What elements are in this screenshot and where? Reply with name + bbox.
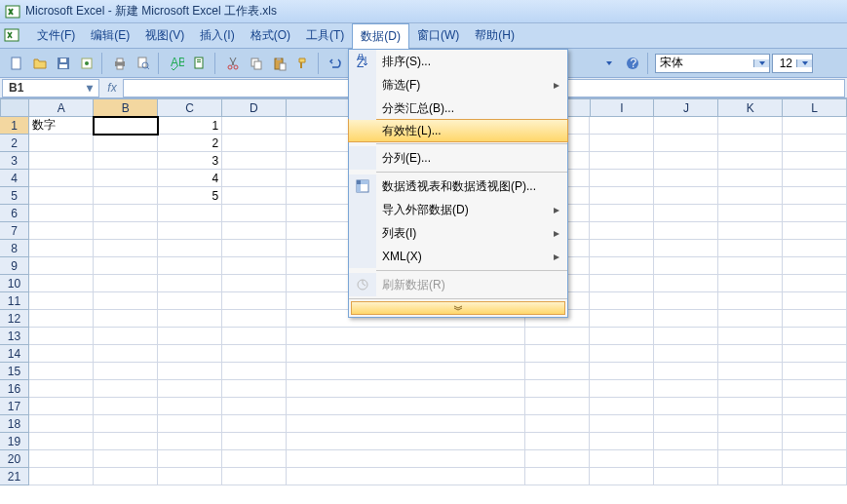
cell[interactable] [94, 257, 158, 275]
cell[interactable] [158, 328, 222, 345]
cell[interactable] [287, 398, 525, 415]
menu-help[interactable]: 帮助(H) [467, 23, 522, 48]
cell[interactable] [222, 398, 287, 415]
row-header[interactable]: 12 [0, 310, 29, 328]
cell[interactable] [158, 380, 222, 398]
menu-item-xml[interactable]: XML(X) ▸ [349, 245, 567, 268]
cell[interactable] [590, 152, 654, 170]
chevron-down-icon[interactable]: ▾ [87, 81, 93, 95]
cell[interactable] [222, 468, 287, 485]
menu-file[interactable]: 文件(F) [29, 23, 83, 48]
cell[interactable] [590, 222, 654, 240]
row-header[interactable]: 15 [0, 363, 29, 380]
cell[interactable] [94, 152, 158, 170]
cell[interactable] [654, 187, 718, 205]
cell[interactable] [590, 275, 654, 292]
cell[interactable] [783, 205, 847, 222]
cell[interactable] [158, 222, 222, 240]
cell[interactable] [783, 170, 847, 187]
cell[interactable] [29, 152, 94, 170]
cell[interactable] [94, 328, 158, 345]
cell[interactable] [654, 415, 718, 433]
cell[interactable]: 2 [158, 135, 222, 152]
cell[interactable] [525, 345, 590, 363]
cell[interactable] [783, 468, 847, 485]
cell[interactable] [94, 205, 158, 222]
cell[interactable] [783, 450, 847, 468]
cell[interactable] [590, 468, 654, 485]
cell[interactable] [94, 380, 158, 398]
cell[interactable] [718, 310, 783, 328]
menu-item-filter[interactable]: 筛选(F) ▸ [349, 73, 567, 97]
cell[interactable] [654, 275, 718, 292]
cell[interactable] [654, 152, 718, 170]
menu-item-subtotal[interactable]: 分类汇总(B)... [349, 97, 567, 120]
cell[interactable] [29, 135, 94, 152]
cell[interactable] [29, 415, 94, 433]
col-header-a[interactable]: A [29, 98, 94, 117]
cell[interactable] [654, 433, 718, 450]
cell[interactable] [222, 187, 287, 205]
cell[interactable] [590, 398, 654, 415]
row-header[interactable]: 4 [0, 170, 29, 187]
cell[interactable] [94, 170, 158, 187]
col-header-b[interactable]: B [94, 98, 158, 117]
cell[interactable] [222, 275, 287, 292]
cell[interactable] [654, 310, 718, 328]
cell[interactable] [158, 205, 222, 222]
cell[interactable] [783, 415, 847, 433]
cell[interactable] [287, 380, 525, 398]
col-header-j[interactable]: J [654, 98, 718, 117]
cell[interactable] [222, 380, 287, 398]
col-header-d[interactable]: D [222, 98, 287, 117]
cell[interactable] [718, 415, 783, 433]
cell[interactable] [654, 468, 718, 485]
select-all-corner[interactable] [0, 98, 29, 117]
permission-icon[interactable] [76, 53, 97, 74]
cell[interactable] [590, 415, 654, 433]
cell[interactable] [222, 205, 287, 222]
cell[interactable] [29, 433, 94, 450]
cell[interactable] [718, 152, 783, 170]
cell[interactable] [29, 187, 94, 205]
cell[interactable] [654, 398, 718, 415]
cell[interactable] [222, 292, 287, 310]
cell[interactable]: 1 [158, 117, 222, 135]
cell[interactable] [783, 292, 847, 310]
cell[interactable] [29, 345, 94, 363]
name-box[interactable]: B1 ▾ [2, 79, 99, 97]
menu-edit[interactable]: 编辑(E) [83, 23, 137, 48]
row-header[interactable]: 8 [0, 240, 29, 257]
cell[interactable] [222, 240, 287, 257]
cell[interactable] [222, 450, 287, 468]
menu-data[interactable]: 数据(D) [352, 23, 409, 49]
cell[interactable] [94, 310, 158, 328]
cell[interactable] [718, 292, 783, 310]
menu-window[interactable]: 窗口(W) [409, 23, 467, 48]
cell[interactable] [29, 310, 94, 328]
cell[interactable] [718, 205, 783, 222]
cell[interactable]: 5 [158, 187, 222, 205]
cell[interactable] [525, 398, 590, 415]
cell[interactable] [590, 205, 654, 222]
cell[interactable] [654, 117, 718, 135]
cell[interactable] [718, 222, 783, 240]
row-header[interactable]: 7 [0, 222, 29, 240]
cell[interactable] [158, 292, 222, 310]
cell[interactable] [718, 135, 783, 152]
cell[interactable] [525, 380, 590, 398]
row-header[interactable]: 1 [0, 117, 29, 135]
cell[interactable] [783, 152, 847, 170]
cell[interactable] [783, 240, 847, 257]
cell[interactable] [222, 328, 287, 345]
cell[interactable] [158, 433, 222, 450]
cell[interactable] [158, 345, 222, 363]
cell[interactable] [783, 380, 847, 398]
row-header[interactable]: 18 [0, 415, 29, 433]
spelling-icon[interactable]: ABC [166, 53, 187, 74]
cell[interactable] [590, 310, 654, 328]
research-icon[interactable] [189, 53, 211, 74]
cell[interactable] [158, 450, 222, 468]
cell[interactable] [783, 363, 847, 380]
cell[interactable] [94, 117, 158, 135]
